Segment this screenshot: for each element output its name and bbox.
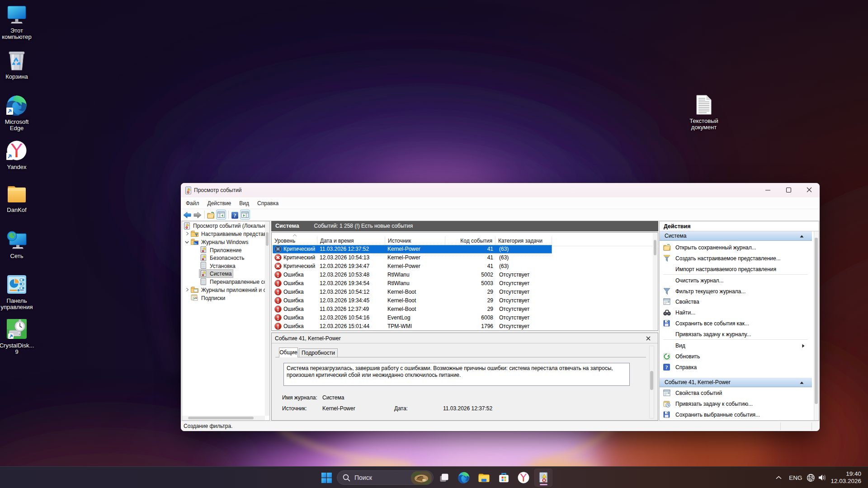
svg-text:?: ? <box>234 212 236 219</box>
svg-text:?: ? <box>665 364 668 371</box>
